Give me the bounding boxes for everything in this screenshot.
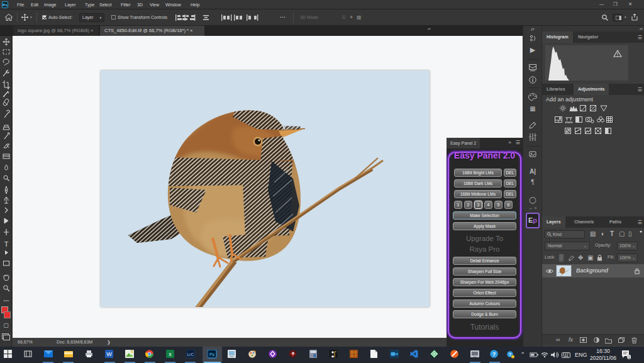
svg-text:x: x [169, 351, 172, 357]
svg-text:T: T [4, 240, 9, 248]
svg-text:W: W [106, 351, 112, 357]
svg-text:LrC: LrC [187, 352, 194, 357]
svg-text:?: ? [492, 351, 496, 357]
svg-text:Ps: Ps [209, 352, 215, 357]
svg-text:?: ? [509, 352, 511, 357]
